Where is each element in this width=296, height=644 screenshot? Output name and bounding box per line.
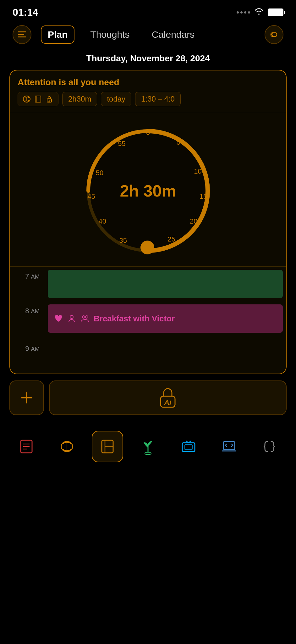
tab-calendars[interactable]: Calendars [145, 26, 201, 43]
label-55: 55 [118, 140, 125, 148]
tag-icons: Ai [18, 92, 58, 106]
svg-text:Ai: Ai [48, 100, 51, 102]
time-slot-8am: 8 AM [10, 301, 286, 339]
timer-container: 0 5 10 15 20 25 30 35 40 45 50 55 [79, 122, 217, 260]
battery-icon [268, 8, 283, 16]
event-green [45, 267, 286, 301]
label-40: 40 [99, 217, 106, 225]
svg-text:Ai: Ai [164, 398, 172, 406]
heart-icon [54, 314, 63, 323]
label-5: 5 [177, 138, 180, 147]
svg-point-11 [82, 316, 85, 318]
time-label-8am: 8 AM [10, 301, 45, 339]
person-icon [67, 314, 76, 323]
timer-time-text: 2h 30m [120, 182, 176, 200]
group-icon [80, 314, 89, 323]
nav-brain[interactable] [51, 431, 83, 462]
wifi-icon [255, 8, 263, 16]
label-0: 0 [146, 129, 150, 137]
menu-button[interactable] [13, 25, 31, 44]
nav-book[interactable] [92, 431, 123, 462]
main-card: Attention is all you need [9, 70, 287, 374]
signal-icon [237, 11, 250, 14]
task-title: Attention is all you need [18, 77, 278, 87]
ai-button[interactable]: Ai [49, 380, 287, 415]
nav-code[interactable] [213, 431, 245, 462]
tab-plan[interactable]: Plan [41, 25, 74, 44]
ai-lock-icon: Ai [45, 95, 54, 103]
nav-plant[interactable] [132, 431, 164, 462]
nav-tv[interactable] [173, 431, 204, 462]
nav-tabs: Plan Thoughts Calendars [41, 25, 255, 44]
time-tag[interactable]: 1:30 – 4:0 [135, 92, 181, 106]
header-nav: Plan Thoughts Calendars [0, 22, 296, 50]
status-time: 01:14 [13, 7, 38, 18]
status-bar: 01:14 [0, 0, 296, 22]
label-10: 10 [194, 167, 201, 175]
timer-section: 0 5 10 15 20 25 30 35 40 45 50 55 [10, 112, 286, 266]
time-label-9am: 9 AM [10, 339, 45, 374]
calendar-section: 7 AM 8 AM [10, 266, 286, 374]
time-slot-7am: 7 AM [10, 267, 286, 301]
label-45: 45 [87, 192, 95, 201]
time-slot-9am: 9 AM [10, 339, 286, 374]
add-button[interactable] [9, 380, 44, 415]
task-tags: Ai 2h30m today 1:30 – 4:0 [18, 92, 278, 106]
bottom-nav [0, 421, 296, 475]
svg-rect-5 [35, 96, 41, 102]
book-icon [34, 95, 42, 103]
empty-slot-9am [45, 339, 286, 374]
brain-icon [22, 95, 31, 103]
label-25: 25 [168, 235, 175, 243]
svg-rect-29 [185, 445, 192, 450]
event-title: Breakfast with Victor [94, 314, 175, 324]
tab-thoughts[interactable]: Thoughts [84, 26, 136, 43]
svg-rect-28 [182, 443, 195, 452]
event-pink-content: Breakfast with Victor [45, 301, 286, 339]
green-event-block[interactable] [48, 270, 283, 298]
lock-ai-icon: Ai [157, 385, 179, 410]
task-row: Attention is all you need [10, 70, 286, 112]
duration-tag[interactable]: 2h30m [62, 92, 97, 106]
label-50: 50 [96, 169, 103, 177]
label-15: 15 [200, 192, 207, 201]
ai-lock-container: Ai [157, 385, 179, 410]
timer-display: 2h 30m [120, 181, 176, 200]
time-label-7am: 7 AM [10, 267, 45, 301]
nav-braces[interactable] [254, 431, 285, 462]
svg-rect-0 [18, 31, 26, 32]
svg-rect-1 [18, 34, 24, 35]
timer-handle[interactable] [140, 241, 154, 254]
date-label: Thursday, November 28, 2024 [0, 50, 296, 70]
label-35: 35 [119, 236, 127, 245]
nav-notes[interactable] [11, 431, 42, 462]
svg-point-12 [85, 316, 88, 318]
bottom-toolbar: Ai [9, 380, 287, 415]
when-tag[interactable]: today [101, 92, 131, 106]
plus-icon [20, 391, 34, 405]
label-20: 20 [190, 217, 197, 225]
back-button[interactable] [265, 25, 283, 44]
status-icons [237, 8, 283, 16]
event-breakfast[interactable]: Breakfast with Victor [48, 304, 283, 333]
svg-rect-2 [18, 36, 26, 37]
svg-point-10 [70, 315, 73, 319]
